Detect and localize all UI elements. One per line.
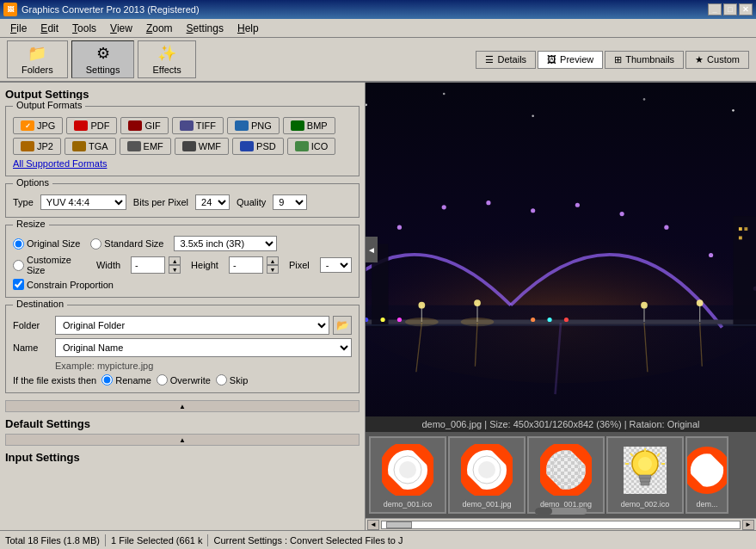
rename-label: Rename	[115, 375, 151, 386]
thumb-demo001png[interactable]: demo_001.png	[527, 436, 605, 514]
settings-icon: ⚙	[96, 44, 110, 63]
pdf-icon	[74, 120, 88, 131]
format-jp2[interactable]: JP2	[13, 138, 61, 155]
details-label: Details	[497, 54, 526, 65]
details-icon: ☰	[485, 54, 494, 65]
tab-thumbnails[interactable]: ⊞ Thumbnails	[605, 51, 684, 69]
svg-point-5	[397, 225, 402, 230]
folder-select[interactable]: Original Folder	[55, 316, 329, 335]
svg-point-44	[564, 318, 569, 322]
status-current: Current Settings : Convert Selected File…	[213, 535, 403, 546]
format-tiff[interactable]: TIFF	[172, 117, 224, 134]
skip-radio[interactable]: Skip	[216, 374, 248, 386]
original-size-radio[interactable]: Original Size	[13, 238, 80, 250]
svg-point-72	[557, 461, 575, 478]
folder-row: Folder Original Folder 📂	[13, 316, 352, 335]
resize-row-1: Original Size Standard Size 3.5x5 inch (…	[13, 236, 352, 251]
svg-point-79	[638, 457, 652, 471]
thumb-img-partial	[685, 442, 728, 498]
thumb-demo001jpg[interactable]: demo_001.jpg	[448, 436, 526, 514]
format-wmf[interactable]: WMF	[175, 138, 229, 155]
scroll-left-button[interactable]: ◄	[367, 520, 379, 530]
jp2-label: JP2	[37, 141, 53, 151]
scrollbar-thumb[interactable]	[535, 508, 552, 515]
thumb-demo001ico[interactable]: demo_001.ico	[369, 436, 446, 514]
output-settings-title: Output Settings	[5, 88, 360, 101]
menu-help[interactable]: Help	[230, 21, 266, 36]
prev-image-button[interactable]: ◄	[366, 237, 378, 262]
right-panel: ◄ demo_006.jpg | Size: 450x301/1260x842 …	[366, 83, 756, 530]
scrollbar-thumb-h[interactable]	[386, 521, 412, 528]
menu-edit[interactable]: Edit	[34, 21, 65, 36]
collapse-up-icon: ▲	[179, 403, 186, 410]
bpp-select[interactable]: 24	[195, 194, 230, 210]
svg-rect-80	[639, 475, 651, 478]
collapse-bar-2[interactable]: ▲	[5, 434, 360, 446]
effects-label: Effects	[152, 65, 181, 75]
options-row: Type YUV 4:4:4 Bits per Pixel 24 Quality…	[13, 194, 352, 210]
scrollbar-track-h[interactable]	[381, 521, 741, 529]
menu-view[interactable]: View	[103, 21, 139, 36]
thumb-demo002ico[interactable]: demo_002.ico	[606, 436, 684, 514]
constrain-proportion-check[interactable]: Constrain Proportion	[13, 279, 352, 290]
browse-folder-button[interactable]: 📂	[333, 316, 352, 335]
folders-button[interactable]: 📁 Folders	[7, 40, 68, 78]
name-row: Name Original Name	[13, 338, 352, 357]
customize-size-radio[interactable]: Customize Size	[13, 255, 86, 275]
menu-settings[interactable]: Settings	[180, 21, 230, 36]
format-bmp[interactable]: BMP	[283, 117, 335, 134]
collapse-up-icon-2: ▲	[179, 436, 186, 444]
thumb-partial[interactable]: dem...	[685, 436, 728, 514]
width-up[interactable]: ▲	[169, 256, 181, 265]
quality-select[interactable]: 9	[273, 194, 307, 210]
format-ico[interactable]: ICO	[287, 138, 336, 155]
pixel-select[interactable]: -	[320, 257, 352, 273]
effects-button[interactable]: ✨ Effects	[138, 40, 195, 78]
height-up[interactable]: ▲	[267, 256, 279, 265]
standard-size-radio[interactable]: Standard Size	[90, 238, 163, 250]
width-input[interactable]	[131, 256, 165, 274]
format-emf[interactable]: EMF	[120, 138, 171, 155]
menu-zoom[interactable]: Zoom	[139, 21, 180, 36]
minimize-button[interactable]: _	[708, 3, 722, 15]
thumb-img-demo002ico	[615, 442, 675, 498]
options-group: Options Type YUV 4:4:4 Bits per Pixel 24…	[5, 183, 360, 218]
overwrite-radio[interactable]: Overwrite	[157, 374, 211, 386]
scroll-right-button[interactable]: ►	[742, 520, 754, 530]
svg-rect-82	[641, 482, 649, 485]
preview-icon: 🖼	[547, 54, 556, 65]
width-down[interactable]: ▼	[169, 265, 181, 274]
height-down[interactable]: ▼	[267, 265, 279, 274]
format-pdf[interactable]: PDF	[66, 117, 117, 134]
rename-radio[interactable]: Rename	[101, 374, 151, 386]
statusbar: Total 18 Files (1.8 MB) 1 File Selected …	[0, 530, 756, 549]
menu-file[interactable]: File	[3, 21, 34, 36]
strip-scrollbar[interactable]	[535, 508, 587, 515]
format-gif[interactable]: GIF	[120, 117, 168, 134]
format-png[interactable]: PNG	[227, 117, 280, 134]
folders-label: Folders	[22, 65, 53, 75]
name-select[interactable]: Original Name	[55, 338, 352, 357]
close-button[interactable]: ✕	[739, 3, 753, 15]
height-input[interactable]	[229, 256, 263, 274]
main-content: Output Settings Output Formats ✓ JPG PDF…	[0, 83, 756, 530]
svg-point-6	[442, 205, 446, 209]
tab-preview[interactable]: 🖼 Preview	[538, 51, 603, 69]
thumb-label-demo002ico: demo_002.ico	[621, 500, 670, 509]
tab-custom[interactable]: ★ Custom	[685, 51, 749, 69]
destination-group: Destination Folder Original Folder 📂 Nam…	[5, 305, 360, 393]
standard-size-select[interactable]: 3.5x5 inch (3R)	[174, 236, 277, 251]
menu-tools[interactable]: Tools	[65, 21, 103, 36]
format-tga[interactable]: TGA	[65, 138, 116, 155]
settings-button[interactable]: ⚙ Settings	[71, 40, 135, 78]
scrollbar-track	[535, 508, 587, 515]
type-select[interactable]: YUV 4:4:4	[40, 194, 126, 210]
svg-point-41	[397, 318, 402, 322]
format-jpg[interactable]: ✓ JPG	[13, 117, 63, 134]
maximize-button[interactable]: □	[723, 3, 737, 15]
all-formats-link[interactable]: All Supported Formats	[13, 158, 352, 169]
format-psd[interactable]: PSD	[232, 138, 284, 155]
svg-point-34	[641, 302, 648, 309]
collapse-bar-1[interactable]: ▲	[5, 400, 360, 412]
tab-details[interactable]: ☰ Details	[476, 51, 536, 69]
